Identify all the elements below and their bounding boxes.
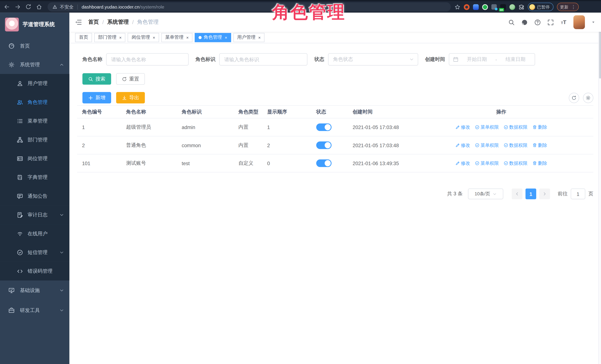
browser-reload-icon[interactable] (25, 4, 31, 10)
sidebar-item-label: 审计日志 (28, 211, 48, 218)
menu-list-icon (17, 118, 23, 124)
puzzle-extensions-icon[interactable] (519, 4, 524, 10)
extension-blue-gem-icon[interactable] (473, 4, 479, 10)
add-button[interactable]: 新增 (82, 92, 111, 104)
action-修改[interactable]: 修改 (455, 142, 470, 148)
current-page-button[interactable]: 1 (525, 188, 536, 199)
chevron-up-icon (60, 62, 64, 67)
table-body: 1超级管理员admin内置12021-01-05 17:03:48修改菜单权限数… (77, 118, 593, 172)
tab-close-icon[interactable]: × (186, 35, 189, 40)
refresh-table-button[interactable] (569, 93, 579, 103)
action-菜单权限[interactable]: 菜单权限 (475, 124, 499, 130)
url-path: /system/role (140, 4, 164, 10)
action-修改[interactable]: 修改 (455, 124, 470, 130)
cell: 1 (262, 124, 311, 130)
sidebar-item-岗位管理[interactable]: 岗位管理 (0, 149, 70, 168)
gear-icon (586, 95, 591, 100)
action-删除[interactable]: 删除 (532, 142, 547, 148)
browser-forward-icon[interactable] (15, 4, 21, 10)
breadcrumb-item[interactable]: 系统管理 (107, 19, 129, 26)
address-bar[interactable]: 不安全 dashboard.yudao.iocoder.cn/system/ro… (48, 2, 451, 11)
search-button[interactable]: 搜索 (82, 73, 111, 85)
sidebar-item-审计日志[interactable]: 审计日志 (0, 205, 70, 224)
action-菜单权限[interactable]: 菜单权限 (475, 160, 499, 167)
tab-close-icon[interactable]: × (119, 35, 122, 40)
tab-close-icon[interactable]: × (225, 35, 227, 40)
tab-岗位管理[interactable]: 岗位管理× (128, 33, 159, 42)
action-数据权限[interactable]: 数据权限 (503, 160, 528, 167)
sidebar-item-短信管理[interactable]: 短信管理 (0, 243, 70, 262)
tab-close-icon[interactable]: × (153, 35, 155, 40)
github-icon[interactable] (521, 19, 528, 25)
action-删除[interactable]: 删除 (532, 124, 547, 130)
role-key-input[interactable] (219, 53, 307, 66)
sidebar-item-角色管理[interactable]: 角色管理 (0, 93, 70, 111)
tab-角色管理[interactable]: 角色管理× (195, 33, 231, 42)
main-area: 首页/系统管理/角色管理 TT 首页部门管理×岗位管理×菜单管理×角色管理×用户… (70, 13, 601, 364)
tab-close-icon[interactable]: × (258, 35, 260, 40)
dashboard-icon (9, 43, 15, 49)
sidebar-item-通知公告[interactable]: 通知公告 (0, 187, 70, 205)
action-数据权限[interactable]: 数据权限 (503, 142, 528, 148)
extension-green-circle-icon[interactable] (482, 4, 488, 10)
status-toggle[interactable] (316, 123, 331, 131)
status-toggle[interactable] (316, 141, 331, 149)
browser-back-icon[interactable] (4, 4, 10, 10)
help-icon[interactable] (534, 19, 541, 25)
extension-sprout-icon[interactable] (509, 4, 515, 10)
action-修改[interactable]: 修改 (455, 160, 470, 167)
column-settings-button[interactable] (583, 93, 593, 103)
action-删除[interactable]: 删除 (532, 160, 547, 167)
caret-down-icon[interactable] (591, 20, 595, 24)
breadcrumb-item[interactable]: 首页 (88, 19, 99, 26)
page-scrollbar[interactable] (598, 13, 601, 364)
tab-用户管理[interactable]: 用户管理× (233, 33, 265, 42)
extension-orange-icon[interactable] (464, 4, 470, 10)
action-数据权限[interactable]: 数据权限 (503, 124, 528, 130)
browser-update-button[interactable]: 更新 ⋮ (557, 3, 579, 11)
tab-部门管理[interactable]: 部门管理× (94, 33, 126, 42)
security-warning-icon (53, 5, 57, 9)
sidebar-item-研发工具[interactable]: 研发工具 (0, 301, 70, 321)
create-time-range-picker[interactable]: 开始日期 - 结束日期 (449, 53, 535, 66)
sidebar-item-菜单管理[interactable]: 菜单管理 (0, 111, 70, 130)
page-size-select[interactable]: 10条/页 (468, 188, 503, 199)
status-select[interactable]: 角色状态 (328, 53, 418, 66)
export-button[interactable]: 导出 (116, 92, 145, 104)
action-菜单权限[interactable]: 菜单权限 (475, 142, 499, 148)
sidebar-item-label: 短信管理 (28, 249, 48, 256)
search-icon[interactable] (508, 19, 515, 25)
tab-首页[interactable]: 首页 (75, 33, 92, 42)
tab-label: 岗位管理 (132, 34, 150, 40)
sidebar-item-首页[interactable]: 首页 (0, 37, 70, 55)
sidebar-item-系统管理[interactable]: 系统管理 (0, 55, 70, 74)
chevron-left-icon (515, 192, 519, 196)
extension-grid-icon[interactable] (491, 4, 497, 10)
sidebar-item-错误码管理[interactable]: 错误码管理 (0, 262, 70, 280)
role-name-input[interactable] (106, 53, 189, 66)
sidebar-item-部门管理[interactable]: 部门管理 (0, 130, 70, 149)
browser-menu-icon[interactable]: ⋮ (571, 4, 576, 10)
sidebar-item-基础设施[interactable]: 基础设施 (0, 281, 70, 301)
next-page-button[interactable] (539, 188, 550, 199)
reset-button[interactable]: 重置 (116, 73, 145, 85)
fullscreen-icon[interactable] (547, 19, 554, 25)
font-size-icon[interactable]: TT (561, 19, 567, 25)
prev-page-button[interactable] (512, 188, 522, 199)
browser-profile-button[interactable]: 已暂停 (528, 3, 554, 11)
tab-菜单管理[interactable]: 菜单管理× (161, 33, 193, 42)
edit-pencil-icon (455, 161, 460, 166)
sidebar-item-用户管理[interactable]: 用户管理 (0, 74, 70, 93)
column-header-角色类型: 角色类型 (233, 108, 262, 115)
extension-dark-icon[interactable]: on (500, 4, 506, 10)
hamburger-icon[interactable] (75, 19, 82, 26)
status-toggle[interactable] (316, 159, 331, 167)
user-avatar[interactable] (573, 15, 585, 29)
browser-home-icon[interactable] (36, 4, 42, 10)
goto-page-input[interactable] (571, 188, 585, 199)
annotation-role-management: 角色管理 (272, 1, 346, 24)
sidebar-item-在线用户[interactable]: 在线用户 (0, 224, 70, 243)
bookmark-star-icon[interactable] (454, 4, 460, 10)
sidebar-item-字典管理[interactable]: 字典管理 (0, 168, 70, 187)
tab-label: 用户管理 (237, 34, 256, 40)
